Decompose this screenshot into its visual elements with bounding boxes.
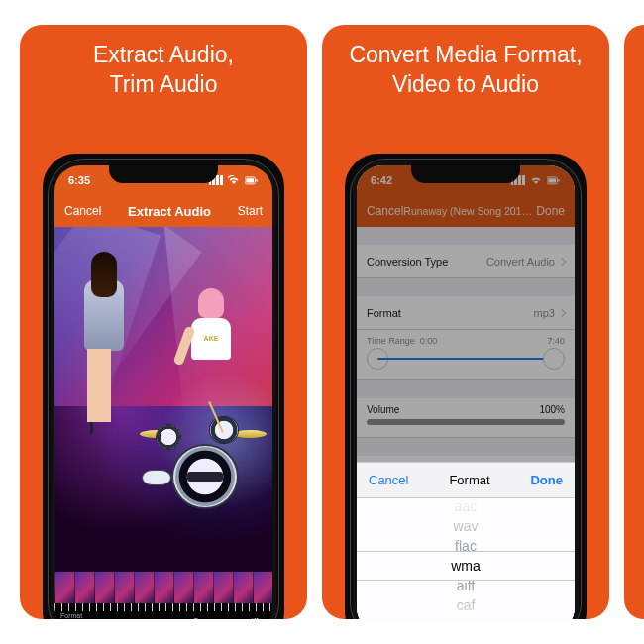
format-option-wma[interactable]: wma: [218, 617, 237, 619]
phone-1: 6:35 Cancel Extract: [43, 154, 284, 619]
promo-card-1: Extract Audio, Trim Audio 6:35: [20, 25, 307, 619]
timeline-ruler[interactable]: [54, 603, 272, 611]
start-button[interactable]: Start: [238, 204, 263, 218]
sheet-cancel[interactable]: Cancel: [369, 473, 408, 487]
svg-rect-1: [246, 178, 254, 182]
format-picker-sheet: Cancel Format Done aacwavflacwmaaiffcafa…: [357, 462, 575, 619]
wifi-icon: [227, 175, 241, 185]
jersey-text: AKE: [191, 318, 231, 360]
cancel-button[interactable]: Cancel: [64, 204, 101, 218]
format-selector[interactable]: mp3m4aoggm4rwavflacwmaaiffca: [54, 611, 272, 619]
format-option-ca[interactable]: ca: [268, 617, 272, 619]
format-option-m4r[interactable]: m4r: [142, 617, 159, 619]
drummer: AKE: [185, 294, 237, 413]
format-option-ogg[interactable]: ogg: [117, 617, 132, 619]
promo-card-3-peek: [624, 25, 644, 619]
timeline-thumbnails[interactable]: [54, 572, 272, 603]
video-preview[interactable]: AKE: [54, 227, 272, 572]
format-option-m4a[interactable]: m4a: [90, 617, 108, 619]
nav-title: Extract Audio: [128, 204, 211, 219]
format-option-aiff[interactable]: aiff: [247, 617, 259, 619]
singer: [76, 256, 132, 434]
promo-card-2: Convert Media Format, Video to Audio 6:4…: [322, 25, 609, 619]
card2-title: Convert Media Format, Video to Audio: [322, 25, 609, 110]
sheet-done[interactable]: Done: [530, 473, 563, 487]
battery-icon: [245, 175, 259, 185]
phone-2: 6:42 Cancel Runaway: [345, 154, 587, 619]
drum-kit: [150, 414, 259, 509]
format-option-mp3[interactable]: mp3: [62, 617, 80, 619]
status-time: 6:35: [68, 174, 90, 186]
card1-title: Extract Audio, Trim Audio: [20, 25, 307, 110]
notch: [109, 161, 218, 183]
picker-selector-bar: [357, 551, 575, 581]
sheet-title: Format: [449, 473, 489, 487]
format-option-wav[interactable]: wav: [168, 617, 184, 619]
format-picker-wheel[interactable]: aacwavflacwmaaiffcafadv: [357, 498, 575, 619]
format-option-flac[interactable]: flac: [194, 617, 208, 619]
nav-bar-1: Cancel Extract Audio Start: [54, 195, 272, 227]
notch: [411, 161, 520, 183]
svg-rect-2: [256, 179, 257, 182]
